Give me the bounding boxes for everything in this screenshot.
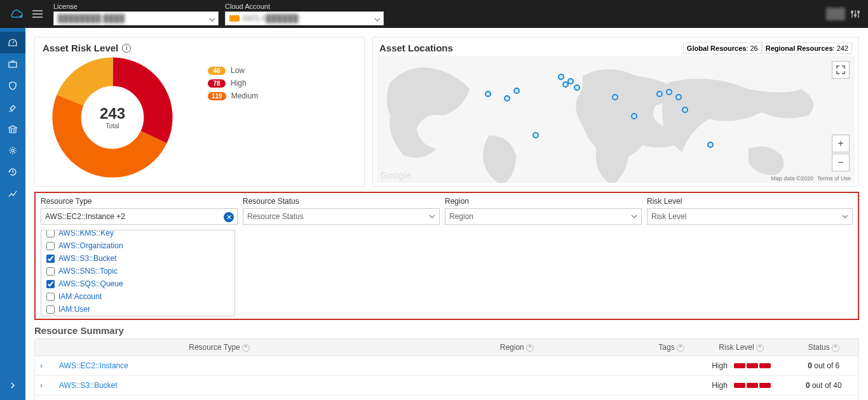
map-marker[interactable] bbox=[574, 84, 580, 91]
svg-point-1 bbox=[851, 11, 853, 13]
risk-legend: 46 Low 78 High 119 Medium bbox=[182, 53, 356, 181]
google-watermark: Google bbox=[381, 170, 411, 180]
chevron-down-icon bbox=[429, 213, 435, 220]
cloud-logo-icon bbox=[9, 9, 24, 19]
menu-icon[interactable] bbox=[32, 10, 43, 18]
table-row: ›AWS::S3::BucketHigh 0 out of 40 bbox=[35, 376, 859, 396]
map-marker[interactable] bbox=[666, 89, 672, 95]
map-marker[interactable] bbox=[675, 94, 682, 100]
dropdown-option[interactable]: AWS::Organization bbox=[41, 239, 234, 252]
expand-icon[interactable]: › bbox=[40, 381, 49, 390]
sort-icon[interactable]: ⌃ bbox=[526, 344, 534, 352]
map-marker[interactable] bbox=[485, 91, 491, 97]
content: Asset Risk Level i 243 Total bbox=[25, 28, 868, 400]
checkbox[interactable] bbox=[46, 267, 55, 276]
checkbox[interactable] bbox=[46, 305, 55, 314]
region-filter: Region Region bbox=[445, 197, 642, 225]
risk-level-filter: Risk Level Risk Level bbox=[647, 197, 853, 225]
svg-point-3 bbox=[858, 11, 860, 13]
topbar: License ████████ ████ Cloud Account AWS … bbox=[0, 0, 868, 28]
map-marker[interactable] bbox=[558, 74, 564, 80]
map-marker[interactable] bbox=[504, 95, 510, 102]
dropdown-option[interactable]: AWS::S3::Bucket bbox=[41, 252, 234, 265]
chevron-down-icon bbox=[631, 213, 637, 220]
cloud-account-field: Cloud Account AWS A██████ bbox=[225, 0, 384, 28]
resource-type-link[interactable]: AWS::EC2::Instance bbox=[54, 356, 384, 376]
license-field: License ████████ ████ bbox=[53, 0, 219, 28]
expand-icon[interactable]: › bbox=[40, 361, 49, 370]
zoom-out-icon[interactable]: − bbox=[832, 154, 850, 171]
resource-type-dropdown[interactable]: AWS::KMS::KeyAWS::OrganizationAWS::S3::B… bbox=[41, 230, 235, 316]
risk-level-select[interactable]: Risk Level bbox=[647, 208, 853, 225]
sidebar-item-history[interactable] bbox=[0, 161, 25, 183]
resource-summary-section: Resource Summary Resource Type⌃ Region⌃ … bbox=[34, 325, 859, 400]
region-select[interactable]: Region bbox=[445, 208, 642, 225]
license-select[interactable]: ████████ ████ bbox=[53, 11, 219, 25]
sidebar-item-bank[interactable] bbox=[0, 118, 25, 140]
checkbox[interactable] bbox=[46, 242, 55, 250]
sort-icon[interactable]: ⌃ bbox=[832, 344, 839, 352]
resource-status-select[interactable]: Resource Status bbox=[243, 208, 440, 225]
chevron-down-icon bbox=[842, 213, 848, 220]
sort-icon[interactable]: ⌃ bbox=[677, 344, 684, 352]
chevron-down-icon bbox=[209, 17, 215, 23]
asset-risk-panel: Asset Risk Level i 243 Total bbox=[34, 37, 365, 187]
filters-panel: Resource Type AWS::EC2::Instance +2 ✕ Re… bbox=[34, 192, 859, 320]
sidebar-item-shield[interactable] bbox=[0, 75, 25, 97]
dropdown-option[interactable]: AWS::SQS::Queue bbox=[41, 277, 234, 290]
resource-type-filter: Resource Type AWS::EC2::Instance +2 ✕ bbox=[41, 197, 238, 225]
aws-icon bbox=[229, 15, 240, 22]
legend-row-high: 78 High bbox=[208, 79, 356, 88]
dropdown-option[interactable]: IAM:User bbox=[41, 303, 234, 316]
checkbox[interactable] bbox=[46, 293, 55, 301]
map-marker[interactable] bbox=[532, 132, 539, 138]
settings-sliders-icon[interactable] bbox=[850, 9, 860, 19]
clear-icon[interactable]: ✕ bbox=[224, 212, 234, 222]
sort-icon[interactable]: ⌃ bbox=[756, 344, 764, 352]
map-resource-counts: Global Resources: 26Regional Resources: … bbox=[683, 44, 852, 52]
svg-point-0 bbox=[20, 15, 22, 18]
dropdown-option[interactable]: AWS::SNS::Topic bbox=[41, 265, 234, 277]
risk-indicator bbox=[734, 383, 771, 388]
sidebar-item-gear[interactable] bbox=[0, 140, 25, 161]
map-marker[interactable] bbox=[707, 142, 714, 148]
sidebar-item-chart[interactable] bbox=[0, 183, 25, 204]
license-label: License bbox=[53, 3, 219, 10]
map-marker[interactable] bbox=[612, 94, 618, 100]
sidebar bbox=[0, 28, 25, 400]
fullscreen-icon[interactable] bbox=[832, 61, 850, 79]
map-marker[interactable] bbox=[682, 107, 688, 113]
asset-locations-panel: Asset Locations Global Resources: 26Regi… bbox=[372, 37, 859, 187]
sidebar-expand[interactable] bbox=[0, 375, 25, 396]
user-avatar[interactable] bbox=[826, 8, 845, 20]
svg-point-2 bbox=[855, 15, 857, 17]
checkbox[interactable] bbox=[46, 230, 55, 237]
checkbox[interactable] bbox=[46, 280, 55, 288]
sidebar-item-gavel[interactable] bbox=[0, 97, 25, 118]
map-marker[interactable] bbox=[631, 113, 637, 119]
sidebar-item-dashboard[interactable] bbox=[0, 32, 25, 53]
terms-link[interactable]: Terms of Use bbox=[817, 175, 851, 182]
map-marker[interactable] bbox=[513, 88, 520, 94]
legend-row-medium: 119 Medium bbox=[208, 91, 356, 100]
cloud-account-select[interactable]: AWS A██████ bbox=[225, 11, 384, 25]
resource-summary-title: Resource Summary bbox=[34, 325, 859, 336]
world-map[interactable]: + − Google Map data ©2020Terms of Use bbox=[377, 56, 855, 183]
world-map-svg bbox=[377, 56, 855, 183]
sort-icon[interactable]: ⌃ bbox=[242, 344, 250, 352]
resource-type-select[interactable]: AWS::EC2::Instance +2 ✕ bbox=[41, 208, 238, 225]
dropdown-option[interactable]: AWS::KMS::Key bbox=[41, 230, 234, 239]
map-title: Asset Locations bbox=[379, 43, 453, 53]
info-icon[interactable]: i bbox=[122, 44, 131, 53]
checkbox[interactable] bbox=[46, 255, 55, 263]
resource-type-link[interactable]: AWS::SQS::Queue bbox=[54, 396, 384, 401]
zoom-in-icon[interactable]: + bbox=[832, 135, 850, 152]
table-row: ›AWS::EC2::InstanceHigh 0 out of 6 bbox=[35, 356, 859, 376]
resource-type-link[interactable]: AWS::S3::Bucket bbox=[54, 376, 384, 396]
sidebar-item-briefcase[interactable] bbox=[0, 53, 25, 75]
resource-summary-table: Resource Type⌃ Region⌃ Tags⌃ Risk Level⌃… bbox=[34, 338, 859, 400]
map-marker[interactable] bbox=[656, 91, 663, 97]
cloud-account-label: Cloud Account bbox=[225, 3, 384, 10]
map-marker[interactable] bbox=[567, 78, 574, 84]
dropdown-option[interactable]: IAM:Account bbox=[41, 290, 234, 303]
